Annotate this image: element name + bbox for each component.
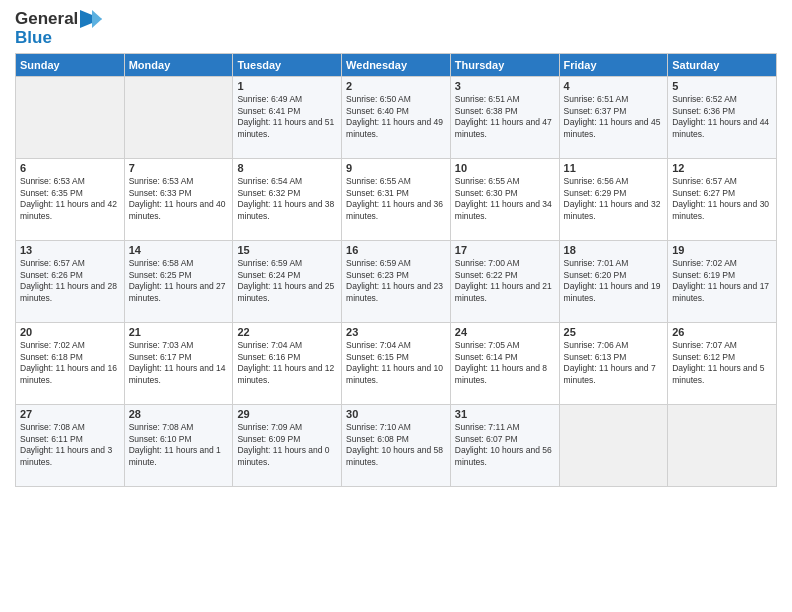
main-container: General Blue SundayMondayTuesdayWednesda… bbox=[0, 0, 792, 497]
day-info: Sunrise: 6:57 AMSunset: 6:26 PMDaylight:… bbox=[20, 258, 120, 304]
day-header-sunday: Sunday bbox=[16, 54, 125, 77]
calendar-cell: 17Sunrise: 7:00 AMSunset: 6:22 PMDayligh… bbox=[450, 241, 559, 323]
day-info: Sunrise: 6:56 AMSunset: 6:29 PMDaylight:… bbox=[564, 176, 664, 222]
day-number: 17 bbox=[455, 244, 555, 256]
calendar-cell: 3Sunrise: 6:51 AMSunset: 6:38 PMDaylight… bbox=[450, 77, 559, 159]
day-info: Sunrise: 6:53 AMSunset: 6:33 PMDaylight:… bbox=[129, 176, 229, 222]
day-info: Sunrise: 7:02 AMSunset: 6:19 PMDaylight:… bbox=[672, 258, 772, 304]
calendar-cell: 15Sunrise: 6:59 AMSunset: 6:24 PMDayligh… bbox=[233, 241, 342, 323]
calendar-cell: 20Sunrise: 7:02 AMSunset: 6:18 PMDayligh… bbox=[16, 323, 125, 405]
day-number: 20 bbox=[20, 326, 120, 338]
calendar-cell: 2Sunrise: 6:50 AMSunset: 6:40 PMDaylight… bbox=[342, 77, 451, 159]
calendar-cell: 1Sunrise: 6:49 AMSunset: 6:41 PMDaylight… bbox=[233, 77, 342, 159]
day-number: 29 bbox=[237, 408, 337, 420]
logo-arrow-icon bbox=[80, 10, 102, 28]
day-number: 14 bbox=[129, 244, 229, 256]
week-row-2: 6Sunrise: 6:53 AMSunset: 6:35 PMDaylight… bbox=[16, 159, 777, 241]
day-number: 1 bbox=[237, 80, 337, 92]
calendar-cell bbox=[559, 405, 668, 487]
day-info: Sunrise: 6:53 AMSunset: 6:35 PMDaylight:… bbox=[20, 176, 120, 222]
calendar-cell: 7Sunrise: 6:53 AMSunset: 6:33 PMDaylight… bbox=[124, 159, 233, 241]
day-info: Sunrise: 6:52 AMSunset: 6:36 PMDaylight:… bbox=[672, 94, 772, 140]
day-number: 21 bbox=[129, 326, 229, 338]
day-info: Sunrise: 6:59 AMSunset: 6:24 PMDaylight:… bbox=[237, 258, 337, 304]
calendar-cell bbox=[668, 405, 777, 487]
logo: General Blue bbox=[15, 10, 102, 47]
day-info: Sunrise: 7:05 AMSunset: 6:14 PMDaylight:… bbox=[455, 340, 555, 386]
calendar-cell: 18Sunrise: 7:01 AMSunset: 6:20 PMDayligh… bbox=[559, 241, 668, 323]
day-number: 16 bbox=[346, 244, 446, 256]
day-info: Sunrise: 7:08 AMSunset: 6:11 PMDaylight:… bbox=[20, 422, 120, 468]
day-info: Sunrise: 6:51 AMSunset: 6:37 PMDaylight:… bbox=[564, 94, 664, 140]
day-number: 9 bbox=[346, 162, 446, 174]
calendar-cell: 31Sunrise: 7:11 AMSunset: 6:07 PMDayligh… bbox=[450, 405, 559, 487]
calendar-cell: 8Sunrise: 6:54 AMSunset: 6:32 PMDaylight… bbox=[233, 159, 342, 241]
day-info: Sunrise: 7:11 AMSunset: 6:07 PMDaylight:… bbox=[455, 422, 555, 468]
calendar-cell: 23Sunrise: 7:04 AMSunset: 6:15 PMDayligh… bbox=[342, 323, 451, 405]
day-info: Sunrise: 7:01 AMSunset: 6:20 PMDaylight:… bbox=[564, 258, 664, 304]
day-number: 26 bbox=[672, 326, 772, 338]
day-number: 23 bbox=[346, 326, 446, 338]
day-number: 2 bbox=[346, 80, 446, 92]
calendar-table: SundayMondayTuesdayWednesdayThursdayFrid… bbox=[15, 53, 777, 487]
calendar-cell: 25Sunrise: 7:06 AMSunset: 6:13 PMDayligh… bbox=[559, 323, 668, 405]
day-number: 28 bbox=[129, 408, 229, 420]
day-number: 12 bbox=[672, 162, 772, 174]
calendar-cell: 12Sunrise: 6:57 AMSunset: 6:27 PMDayligh… bbox=[668, 159, 777, 241]
day-info: Sunrise: 6:55 AMSunset: 6:31 PMDaylight:… bbox=[346, 176, 446, 222]
day-number: 15 bbox=[237, 244, 337, 256]
day-number: 11 bbox=[564, 162, 664, 174]
day-info: Sunrise: 6:51 AMSunset: 6:38 PMDaylight:… bbox=[455, 94, 555, 140]
day-info: Sunrise: 6:59 AMSunset: 6:23 PMDaylight:… bbox=[346, 258, 446, 304]
calendar-cell: 11Sunrise: 6:56 AMSunset: 6:29 PMDayligh… bbox=[559, 159, 668, 241]
day-info: Sunrise: 6:50 AMSunset: 6:40 PMDaylight:… bbox=[346, 94, 446, 140]
day-number: 3 bbox=[455, 80, 555, 92]
day-info: Sunrise: 7:03 AMSunset: 6:17 PMDaylight:… bbox=[129, 340, 229, 386]
day-header-friday: Friday bbox=[559, 54, 668, 77]
day-number: 31 bbox=[455, 408, 555, 420]
day-header-monday: Monday bbox=[124, 54, 233, 77]
day-info: Sunrise: 6:55 AMSunset: 6:30 PMDaylight:… bbox=[455, 176, 555, 222]
day-number: 18 bbox=[564, 244, 664, 256]
week-row-3: 13Sunrise: 6:57 AMSunset: 6:26 PMDayligh… bbox=[16, 241, 777, 323]
day-number: 24 bbox=[455, 326, 555, 338]
day-info: Sunrise: 6:54 AMSunset: 6:32 PMDaylight:… bbox=[237, 176, 337, 222]
day-number: 27 bbox=[20, 408, 120, 420]
day-number: 5 bbox=[672, 80, 772, 92]
logo-text: General Blue bbox=[15, 10, 102, 47]
calendar-cell: 24Sunrise: 7:05 AMSunset: 6:14 PMDayligh… bbox=[450, 323, 559, 405]
calendar-cell: 21Sunrise: 7:03 AMSunset: 6:17 PMDayligh… bbox=[124, 323, 233, 405]
day-info: Sunrise: 7:00 AMSunset: 6:22 PMDaylight:… bbox=[455, 258, 555, 304]
day-number: 22 bbox=[237, 326, 337, 338]
calendar-cell: 14Sunrise: 6:58 AMSunset: 6:25 PMDayligh… bbox=[124, 241, 233, 323]
calendar-cell bbox=[16, 77, 125, 159]
calendar-cell: 10Sunrise: 6:55 AMSunset: 6:30 PMDayligh… bbox=[450, 159, 559, 241]
day-number: 8 bbox=[237, 162, 337, 174]
week-row-1: 1Sunrise: 6:49 AMSunset: 6:41 PMDaylight… bbox=[16, 77, 777, 159]
day-info: Sunrise: 7:04 AMSunset: 6:16 PMDaylight:… bbox=[237, 340, 337, 386]
day-info: Sunrise: 7:09 AMSunset: 6:09 PMDaylight:… bbox=[237, 422, 337, 468]
header: General Blue bbox=[15, 10, 777, 47]
calendar-cell: 16Sunrise: 6:59 AMSunset: 6:23 PMDayligh… bbox=[342, 241, 451, 323]
day-header-tuesday: Tuesday bbox=[233, 54, 342, 77]
day-info: Sunrise: 6:49 AMSunset: 6:41 PMDaylight:… bbox=[237, 94, 337, 140]
calendar-cell: 27Sunrise: 7:08 AMSunset: 6:11 PMDayligh… bbox=[16, 405, 125, 487]
week-row-5: 27Sunrise: 7:08 AMSunset: 6:11 PMDayligh… bbox=[16, 405, 777, 487]
day-number: 6 bbox=[20, 162, 120, 174]
day-number: 25 bbox=[564, 326, 664, 338]
day-number: 10 bbox=[455, 162, 555, 174]
day-info: Sunrise: 7:10 AMSunset: 6:08 PMDaylight:… bbox=[346, 422, 446, 468]
day-info: Sunrise: 6:57 AMSunset: 6:27 PMDaylight:… bbox=[672, 176, 772, 222]
calendar-cell: 30Sunrise: 7:10 AMSunset: 6:08 PMDayligh… bbox=[342, 405, 451, 487]
day-number: 19 bbox=[672, 244, 772, 256]
calendar-cell: 28Sunrise: 7:08 AMSunset: 6:10 PMDayligh… bbox=[124, 405, 233, 487]
logo-general: General bbox=[15, 10, 78, 29]
calendar-cell: 5Sunrise: 6:52 AMSunset: 6:36 PMDaylight… bbox=[668, 77, 777, 159]
day-header-saturday: Saturday bbox=[668, 54, 777, 77]
svg-marker-1 bbox=[92, 10, 102, 28]
calendar-cell: 29Sunrise: 7:09 AMSunset: 6:09 PMDayligh… bbox=[233, 405, 342, 487]
day-header-thursday: Thursday bbox=[450, 54, 559, 77]
day-header-wednesday: Wednesday bbox=[342, 54, 451, 77]
calendar-cell: 22Sunrise: 7:04 AMSunset: 6:16 PMDayligh… bbox=[233, 323, 342, 405]
day-info: Sunrise: 7:08 AMSunset: 6:10 PMDaylight:… bbox=[129, 422, 229, 468]
